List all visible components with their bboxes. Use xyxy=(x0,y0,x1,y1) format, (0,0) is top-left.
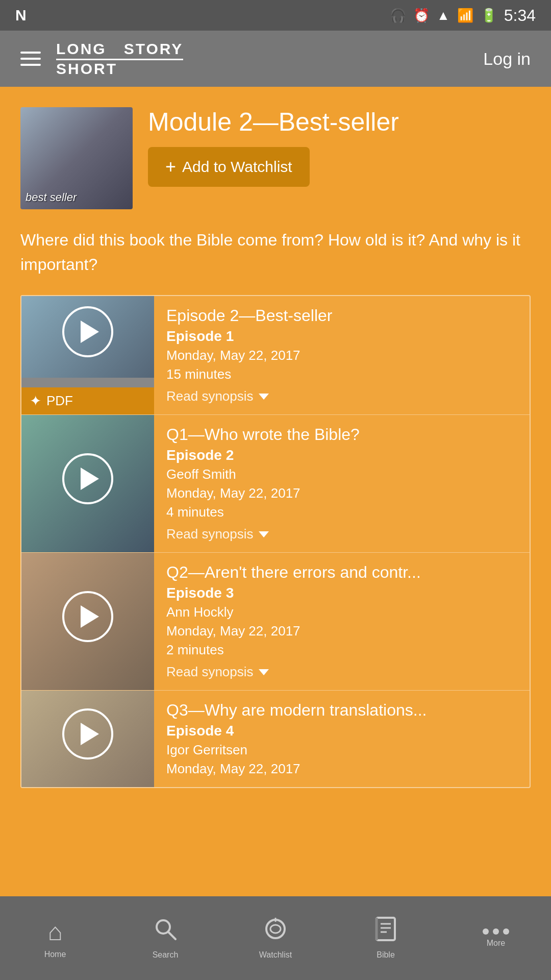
nav-more-label: More xyxy=(487,939,505,948)
episode-2-date: Monday, May 22, 2017 xyxy=(166,485,517,501)
episode-1-synopsis[interactable]: Read synopsis xyxy=(166,388,517,404)
pdf-icon: ✦ xyxy=(30,393,41,409)
nav-item-bible[interactable]: Bible xyxy=(331,896,441,980)
nav-search-label: Search xyxy=(153,950,179,960)
app-icon: N xyxy=(15,7,27,24)
episode-3-date: Monday, May 22, 2017 xyxy=(166,623,517,639)
episode-1-duration: 15 minutes xyxy=(166,366,517,382)
episode-2-author: Geoff Smith xyxy=(166,467,517,482)
nav-watchlist-label: Watchlist xyxy=(259,950,292,960)
pdf-label: PDF xyxy=(46,393,73,409)
play-triangle-icon xyxy=(81,321,99,343)
episode-2-thumbnail xyxy=(21,415,154,552)
episode-3-author: Ann Hockly xyxy=(166,604,517,620)
episode-item[interactable]: Q1—Who wrote the Bible? Episode 2 Geoff … xyxy=(21,415,530,553)
module-thumbnail: best seller xyxy=(20,107,133,209)
episode-3-title: Q2—Aren't there errors and contr... xyxy=(166,563,517,582)
wifi-icon: ▲ xyxy=(437,8,450,23)
episode-3-info: Q2—Aren't there errors and contr... Epis… xyxy=(154,553,530,690)
signal-icon: 📶 xyxy=(457,8,473,23)
bottom-navigation: ⌂ Home Search Watchlist xyxy=(0,896,551,980)
episode-1-thumbnail: ✦ PDF xyxy=(21,296,154,414)
svg-point-3 xyxy=(270,925,281,933)
episode-4-number: Episode 4 xyxy=(166,723,517,739)
logo-long: LONG xyxy=(56,40,107,57)
play-button-3[interactable] xyxy=(62,591,113,642)
app-header: LONG STORY SHORT Log in xyxy=(0,31,551,87)
main-content: best seller Module 2—Best-seller + Add t… xyxy=(0,87,551,788)
play-button-4[interactable] xyxy=(62,708,113,760)
episode-2-synopsis[interactable]: Read synopsis xyxy=(166,526,517,542)
play-triangle-icon xyxy=(81,723,99,745)
nav-item-watchlist[interactable]: Watchlist xyxy=(220,896,331,980)
pdf-badge[interactable]: ✦ PDF xyxy=(21,387,154,414)
play-triangle-icon xyxy=(81,468,99,490)
status-bar: N 🎧 ⏰ ▲ 📶 🔋 5:34 xyxy=(0,0,551,31)
nav-home-label: Home xyxy=(44,950,66,959)
episode-item[interactable]: Q3—Why are modern translations... Episod… xyxy=(21,691,530,787)
episode-1-number: Episode 1 xyxy=(166,328,517,345)
episode-1-info: Episode 2—Best-seller Episode 1 Monday, … xyxy=(154,296,530,414)
episode-3-synopsis[interactable]: Read synopsis xyxy=(166,664,517,680)
headphones-icon: 🎧 xyxy=(390,8,406,23)
thumbnail-label: best seller xyxy=(26,191,77,204)
episode-item[interactable]: Q2—Aren't there errors and contr... Epis… xyxy=(21,553,530,691)
module-description: Where did this book the Bible come from?… xyxy=(20,228,531,277)
watchlist-label: Add to Watchlist xyxy=(182,158,292,176)
episode-4-title: Q3—Why are modern translations... xyxy=(166,701,517,720)
nav-bible-label: Bible xyxy=(377,950,395,960)
home-icon: ⌂ xyxy=(48,918,63,946)
nav-item-search[interactable]: Search xyxy=(110,896,220,980)
header-left: LONG STORY SHORT xyxy=(20,40,183,78)
synopsis-arrow-icon xyxy=(259,531,269,537)
play-button-2[interactable] xyxy=(62,453,113,504)
svg-point-2 xyxy=(266,920,285,938)
login-button[interactable]: Log in xyxy=(483,49,531,69)
alarm-icon: ⏰ xyxy=(413,8,430,23)
nav-item-more[interactable]: More xyxy=(441,896,551,980)
synopsis-arrow-icon xyxy=(259,669,269,675)
synopsis-arrow-icon xyxy=(259,394,269,400)
episodes-list: ✦ PDF Episode 2—Best-seller Episode 1 Mo… xyxy=(20,295,531,788)
episode-3-thumbnail xyxy=(21,553,154,690)
logo-short: SHORT xyxy=(56,60,117,77)
module-info: Module 2—Best-seller + Add to Watchlist xyxy=(148,107,399,187)
svg-rect-5 xyxy=(377,918,395,940)
status-bar-right: 🎧 ⏰ ▲ 📶 🔋 5:34 xyxy=(390,6,536,25)
plus-icon: + xyxy=(165,156,176,178)
play-button-1[interactable] xyxy=(62,306,113,357)
module-header: best seller Module 2—Best-seller + Add t… xyxy=(20,107,531,209)
episode-4-thumbnail xyxy=(21,691,154,787)
search-icon xyxy=(153,917,178,946)
watchlist-icon xyxy=(263,917,288,946)
module-title: Module 2—Best-seller xyxy=(148,107,399,137)
app-logo: LONG STORY SHORT xyxy=(56,40,183,78)
bible-icon xyxy=(374,917,397,946)
episode-1-date: Monday, May 22, 2017 xyxy=(166,348,517,363)
episode-item[interactable]: ✦ PDF Episode 2—Best-seller Episode 1 Mo… xyxy=(21,296,530,415)
episode-2-title: Q1—Who wrote the Bible? xyxy=(166,425,517,444)
hamburger-menu[interactable] xyxy=(20,52,41,66)
play-triangle-icon xyxy=(81,605,99,628)
nav-item-home[interactable]: ⌂ Home xyxy=(0,896,110,980)
status-time: 5:34 xyxy=(504,6,536,25)
battery-icon: 🔋 xyxy=(481,8,497,23)
status-bar-left: N xyxy=(15,7,27,24)
episode-1-title: Episode 2—Best-seller xyxy=(166,306,517,325)
add-to-watchlist-button[interactable]: + Add to Watchlist xyxy=(148,147,310,187)
episode-2-duration: 4 minutes xyxy=(166,504,517,520)
episode-4-info: Q3—Why are modern translations... Episod… xyxy=(154,691,530,787)
episode-2-info: Q1—Who wrote the Bible? Episode 2 Geoff … xyxy=(154,415,530,552)
logo-story: STORY xyxy=(124,40,184,57)
episode-3-number: Episode 3 xyxy=(166,585,517,601)
episode-4-date: Monday, May 22, 2017 xyxy=(166,761,517,777)
svg-line-1 xyxy=(168,932,176,939)
episode-2-number: Episode 2 xyxy=(166,447,517,463)
more-icon xyxy=(483,928,509,935)
episode-4-author: Igor Gerritsen xyxy=(166,742,517,758)
episode-3-duration: 2 minutes xyxy=(166,642,517,658)
